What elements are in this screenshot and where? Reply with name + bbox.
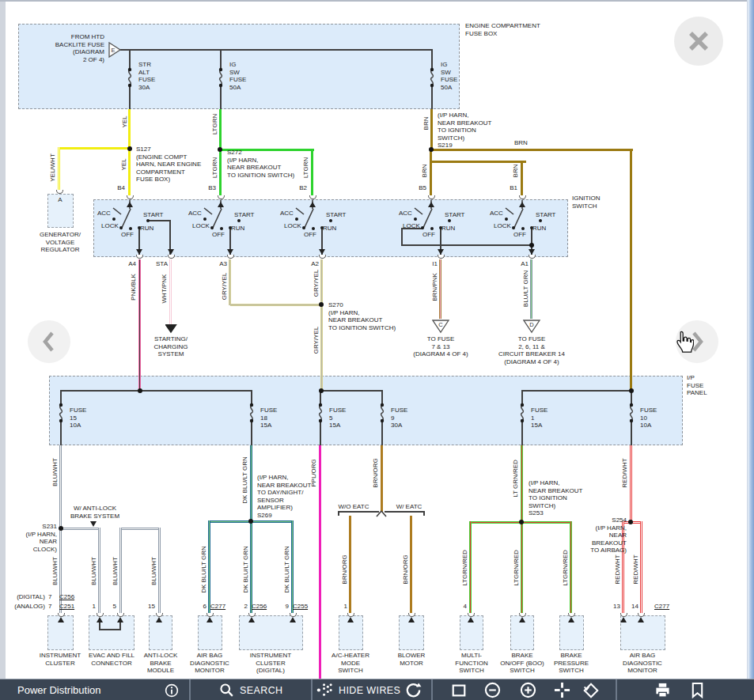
diagram-label: B5: [419, 184, 426, 192]
diagram-label: B3: [208, 184, 216, 192]
diagram-title: Power Distribution: [17, 679, 101, 700]
diagram-label: I/P FUSE PANEL: [687, 374, 707, 397]
rotate-button[interactable]: [582, 679, 600, 700]
diagram-label: BLU/WHT: [90, 557, 98, 585]
switch-contact-dot: [237, 219, 241, 222]
arrowhead: [136, 249, 142, 255]
junction-dot: [59, 526, 63, 531]
switch-position-label: ACC: [399, 210, 412, 218]
diagram-label: LTGRN/RED: [461, 550, 469, 586]
switch-position-label: ACC: [280, 210, 294, 218]
diagram-label: 2: [244, 603, 248, 611]
switch-contact-dot: [414, 218, 417, 221]
diagram-label: 15: [148, 603, 155, 611]
fuse-symbol: [124, 66, 135, 89]
zoom-out-icon: [484, 682, 501, 698]
diagram-label: PNK/BLK: [130, 274, 138, 301]
switch-contact-dot: [329, 219, 332, 222]
svg-text:C: C: [438, 321, 443, 328]
fuse-symbol: [377, 402, 388, 424]
arrowhead: [227, 249, 233, 255]
switch-position-label: OFF: [121, 231, 134, 239]
diagram-label: LT GRN/RED: [512, 460, 520, 498]
center-diagram-button[interactable]: [554, 679, 570, 700]
switch-contact-dot: [146, 219, 150, 222]
fuse-symbol: [215, 66, 226, 89]
diagram-label: STARTING/ CHARGING SYSTEM: [153, 335, 188, 358]
hide-wires-button[interactable]: HIDE WIRES: [316, 679, 400, 700]
diagram-label: A/C-HEATER MODE SWITCH: [332, 652, 369, 675]
junction-dot: [629, 388, 634, 393]
diagram-label: A4: [128, 260, 136, 268]
diagram-label: 7: [48, 593, 51, 601]
circuit-marker-D: D: [523, 320, 542, 337]
diagram-label: BLU/WHT: [51, 557, 59, 585]
arrowhead: [248, 617, 255, 622]
diagram-label: RED/WHT: [621, 458, 629, 487]
junction-dot: [519, 520, 524, 524]
zoom-out-button[interactable]: [484, 679, 501, 700]
fuse-symbol: [626, 402, 637, 424]
refresh-button[interactable]: [405, 679, 422, 700]
diagram-label: BLU/LT GRN: [522, 271, 530, 307]
bookmark-button[interactable]: [690, 679, 705, 700]
switch-position-label: OFF: [304, 231, 316, 239]
arrowhead: [290, 617, 296, 622]
center-icon: [554, 682, 570, 698]
bottom-toolbar: Power Distribution SEARCH HIDE WIRES: [0, 679, 754, 700]
arrowhead: [218, 202, 224, 207]
close-button[interactable]: [674, 17, 723, 66]
arrowhead: [127, 202, 133, 207]
diagram-label: LTGRN/RED: [562, 550, 570, 586]
diagram-label: ENGINE COMPARTMENT FUSE BOX: [465, 22, 540, 37]
arrowhead: [620, 617, 627, 622]
diagram-label: BLU/WHT: [150, 557, 158, 585]
switch-contact-dot: [302, 226, 305, 229]
diagram-label: (I/P HARN, NEAR BREAKOUT TO IGNITION SWI…: [438, 112, 491, 149]
previous-diagram-button[interactable]: [28, 320, 70, 363]
fuse-symbol: [315, 402, 326, 424]
info-button[interactable]: [165, 679, 179, 700]
arrowhead: [206, 617, 213, 622]
circuit-marker-C: C: [432, 320, 451, 337]
wiring-diagram-canvas[interactable]: ENGINE COMPARTMENT FUSE BOXFROM HTD BACK…: [0, 0, 754, 700]
diagram-label: DK BLU/LT GRN: [200, 546, 208, 593]
chevron-left-icon: [39, 330, 59, 354]
switch-contact-dot: [512, 226, 515, 229]
fit-page-button[interactable]: [451, 679, 467, 700]
diagram-label: DK BLU/LT GRN: [283, 546, 291, 593]
arrowhead: [519, 202, 525, 207]
diagram-label: LTGRN: [302, 157, 310, 179]
switch-contact-dot: [220, 227, 223, 230]
zoom-in-button[interactable]: [520, 679, 536, 700]
vertical-scrollbar[interactable]: [747, 0, 754, 700]
diagram-label: YEL: [121, 115, 129, 127]
diagram-label: FUSE 1 15A: [531, 407, 548, 429]
diagram-label: FUSE 5 15A: [329, 407, 346, 429]
switch-contact-dot: [448, 219, 451, 222]
svg-text:D: D: [529, 321, 534, 328]
diagram-label: S270 (I/P HARN, NEAR BREAKOUT TO IGNITIO…: [328, 301, 396, 331]
refresh-icon: [405, 682, 422, 698]
diagram-label: W/ EATC: [396, 503, 422, 511]
switch-position-label: ACC: [490, 210, 503, 218]
print-button[interactable]: [654, 679, 671, 700]
diagram-label: EVAC AND FILL CONNECTOR: [89, 652, 135, 667]
diagram-label: BRAKE ON/OFF (BOO) SWITCH: [500, 652, 544, 675]
search-button[interactable]: SEARCH: [219, 679, 283, 700]
diagram-label: AIR BAG DIAGNOSTIC MONITOR: [190, 652, 229, 675]
arrowhead: [309, 202, 316, 207]
switch-contact-dot: [203, 218, 206, 221]
switch-position-label: LOCK: [403, 222, 420, 230]
diagram-label: C255: [293, 603, 308, 611]
diagram-label: C256: [252, 603, 267, 611]
diagram-label: A3: [219, 260, 227, 268]
diagram-label: FUSE 18 15A: [260, 407, 277, 429]
diagram-label: A2: [311, 260, 319, 268]
junction-dot: [127, 146, 132, 151]
diagram-label: BRN: [422, 117, 430, 131]
switch-contact-dot: [505, 218, 508, 221]
diagram-label: FROM HTD BACKLITE FUSE (DIAGRAM 2 OF 4): [55, 33, 104, 63]
diagram-label: LTGRN: [211, 114, 219, 135]
junction-dot: [319, 302, 324, 307]
